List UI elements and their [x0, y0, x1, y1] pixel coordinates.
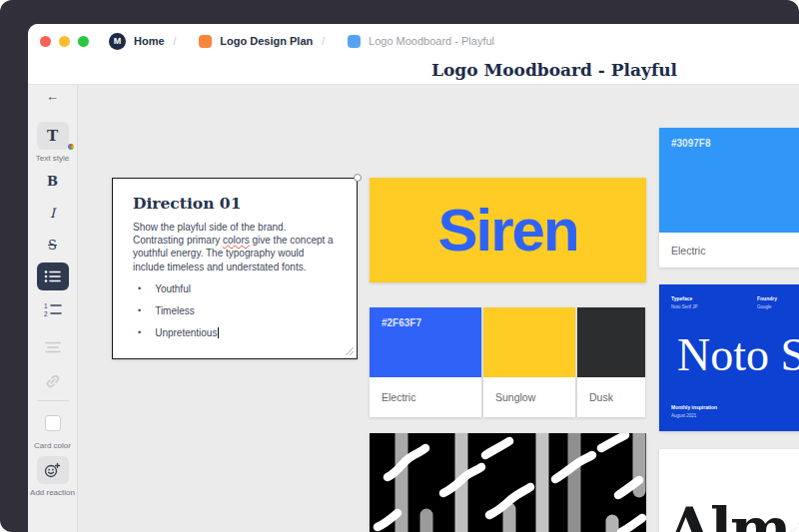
- app-window: M Home / Logo Design Plan / Logo Moodboa…: [28, 24, 799, 532]
- note-title: Direction 01: [133, 194, 337, 213]
- toolbar-divider: [37, 400, 69, 401]
- text-align-icon: [45, 340, 61, 354]
- note-bullet-list: •Youthful •Timeless •Unpretentious: [133, 283, 337, 338]
- board-title-bar: Logo Moodboard - Playful: [28, 58, 799, 85]
- typeface-specimen: Noto Se: [677, 328, 799, 381]
- bullet-list-icon: [44, 269, 62, 283]
- add-reaction-smiley-icon: [44, 462, 61, 478]
- add-reaction-button[interactable]: [37, 456, 69, 484]
- breadcrumb-separator: /: [174, 36, 177, 47]
- selection-handle[interactable]: [354, 174, 362, 182]
- resize-handle-icon[interactable]: [345, 346, 354, 355]
- inspiration-meta: Monthly inspirationAugust 2021: [671, 403, 717, 419]
- text-align-button[interactable]: [45, 340, 61, 358]
- text-style-button[interactable]: T: [37, 122, 69, 150]
- note-body: Show the playful side of the brand. Cont…: [133, 221, 337, 273]
- swatch-name: Dusk: [577, 377, 645, 417]
- breadcrumb-current-board[interactable]: Logo Moodboard - Playful: [369, 35, 494, 47]
- text-color-dot-icon: [68, 144, 74, 150]
- minimize-window-button[interactable]: [59, 36, 70, 47]
- text-cursor: [218, 327, 219, 338]
- formatting-toolbar: ← T Text style B I S: [28, 85, 78, 532]
- swatch-name: Electric: [659, 233, 799, 267]
- foundry-meta: FoundryGoogle: [757, 294, 777, 310]
- swatch-hex-label: #3097F8: [671, 138, 710, 149]
- list-item: •Unpretentious: [133, 327, 337, 338]
- italic-button[interactable]: I: [50, 206, 55, 221]
- bullet-list-button[interactable]: [37, 263, 69, 290]
- siren-logo-card[interactable]: Siren: [370, 178, 646, 282]
- board-title[interactable]: Logo Moodboard - Playful: [431, 60, 677, 80]
- window-controls: [40, 36, 89, 47]
- alm-typeface-card[interactable]: Alm: [659, 449, 799, 532]
- color-swatch: #3097F8: [659, 128, 799, 233]
- text-style-label: Text style: [36, 154, 69, 163]
- swatch-hex-label: #2F63F7: [382, 317, 421, 328]
- text-style-icon: T: [47, 127, 58, 145]
- screen: M Home / Logo Design Plan / Logo Moodboa…: [0, 0, 799, 532]
- milanote-logo-icon[interactable]: M: [109, 33, 126, 50]
- misspelled-word: colors: [223, 235, 250, 246]
- typeface-meta: TypefaceNoto Serif JP: [671, 294, 698, 310]
- pattern-artwork: [370, 433, 646, 532]
- color-swatch: [577, 307, 645, 377]
- breadcrumb-logo-design-plan[interactable]: Logo Design Plan: [220, 35, 313, 47]
- siren-wordmark: Siren: [437, 196, 577, 265]
- zoom-window-button[interactable]: [78, 36, 89, 47]
- link-icon: [45, 373, 61, 389]
- swatch-name: Electric: [370, 377, 481, 417]
- noto-typeface-card[interactable]: TypefaceNoto Serif JP FoundryGoogle Noto…: [659, 284, 799, 431]
- svg-text:1: 1: [44, 302, 48, 309]
- board-icon-blue: [348, 35, 361, 48]
- numbered-list-button[interactable]: 12: [44, 302, 62, 321]
- back-arrow-button[interactable]: ←: [46, 89, 59, 104]
- card-color-label: Card color: [34, 441, 71, 450]
- color-swatch-card-sunglow[interactable]: Sunglow: [483, 307, 575, 417]
- link-button[interactable]: [45, 373, 61, 393]
- color-swatch-card-electric-light[interactable]: #3097F8 Electric: [659, 128, 799, 267]
- color-swatch: #2F63F7: [370, 307, 481, 377]
- swatch-name: Sunglow: [483, 377, 575, 417]
- color-swatch-card-electric[interactable]: #2F63F7 Electric: [370, 307, 481, 417]
- strikethrough-button[interactable]: S: [48, 238, 57, 253]
- direction-note-card[interactable]: Direction 01 Show the playful side of th…: [112, 178, 358, 359]
- pattern-image-card[interactable]: [370, 433, 646, 532]
- svg-text:2: 2: [44, 310, 48, 317]
- color-swatch: [483, 307, 575, 377]
- board-icon-orange: [199, 35, 212, 48]
- list-item: •Youthful: [133, 283, 337, 294]
- alm-specimen: Alm: [667, 495, 789, 532]
- breadcrumb-separator: /: [322, 36, 325, 47]
- bold-button[interactable]: B: [47, 174, 58, 189]
- breadcrumb-home[interactable]: Home: [134, 35, 165, 47]
- add-reaction-label: Add reaction: [30, 488, 75, 497]
- close-window-button[interactable]: [40, 36, 51, 47]
- color-swatch-card-dusk[interactable]: Dusk: [577, 307, 645, 417]
- board-canvas[interactable]: Direction 01 Show the playful side of th…: [78, 85, 799, 532]
- card-color-swatch-icon: [45, 415, 61, 431]
- numbered-list-icon: 12: [44, 302, 62, 317]
- titlebar: M Home / Logo Design Plan / Logo Moodboa…: [28, 24, 799, 58]
- card-color-button[interactable]: [37, 409, 69, 437]
- list-item: •Timeless: [133, 305, 337, 316]
